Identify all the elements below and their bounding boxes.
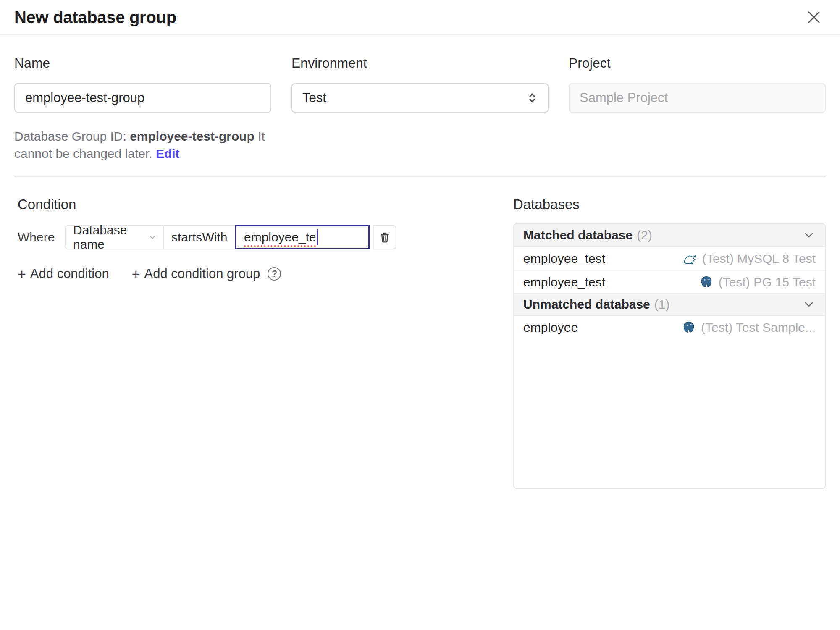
instance-label: (Test) PG 15 Test <box>719 275 816 289</box>
trash-icon <box>378 231 391 244</box>
chevron-down-icon <box>148 232 157 243</box>
add-condition-label: Add condition <box>30 266 109 281</box>
databases-section: Databases Matched database(2) employee_t… <box>513 196 826 489</box>
add-condition-button[interactable]: + Add condition <box>18 266 109 281</box>
add-condition-group-button[interactable]: + Add condition group <box>132 266 260 281</box>
condition-field-value: Database name <box>73 223 148 252</box>
chevron-down-icon <box>802 298 816 311</box>
where-label: Where <box>18 230 50 244</box>
table-row[interactable]: employee (Test) Test Sample... <box>514 316 825 339</box>
group-id-value: employee-test-group <box>130 129 255 143</box>
project-value: Sample Project <box>580 90 668 105</box>
environment-select[interactable]: Test <box>291 83 549 113</box>
instance-label: (Test) Test Sample... <box>701 320 816 335</box>
help-icon[interactable]: ? <box>268 267 281 281</box>
unmatched-database-header[interactable]: Unmatched database(1) <box>514 293 825 316</box>
condition-value-input[interactable]: employee_te <box>235 225 370 249</box>
unmatched-database-count: (1) <box>654 297 670 311</box>
helper-prefix: Database Group ID: <box>14 129 130 143</box>
matched-database-count: (2) <box>637 228 652 242</box>
project-field-group: Project Sample Project <box>569 55 826 162</box>
dialog-header: New database group <box>0 0 840 35</box>
delete-condition-button[interactable] <box>373 225 396 249</box>
name-field-group: Name Database Group ID: employee-test-gr… <box>14 55 271 162</box>
postgres-icon <box>682 320 696 335</box>
condition-section: Condition Where Database name startsWith <box>14 196 493 281</box>
matched-database-title: Matched database <box>523 228 633 242</box>
name-input[interactable] <box>14 83 271 113</box>
text-cursor <box>317 229 318 245</box>
form-row: Name Database Group ID: employee-test-gr… <box>14 55 826 162</box>
condition-row: Where Database name startsWith employee_… <box>18 225 493 249</box>
instance-label: (Test) MySQL 8 Test <box>702 252 816 266</box>
edit-link[interactable]: Edit <box>156 147 180 160</box>
close-icon <box>805 8 823 26</box>
condition-heading: Condition <box>18 196 493 213</box>
postgres-icon <box>699 275 714 289</box>
plus-icon: + <box>18 267 26 281</box>
group-id-helper: Database Group ID: employee-test-group I… <box>14 128 271 162</box>
environment-field-group: Environment Test <box>291 55 549 162</box>
add-condition-group-label: Add condition group <box>144 266 260 281</box>
project-label: Project <box>569 55 826 71</box>
databases-panel: Matched database(2) employee_test (Test)… <box>513 223 826 489</box>
environment-label: Environment <box>291 55 549 71</box>
table-row[interactable]: employee_test (Test) MySQL 8 Test <box>514 247 825 270</box>
database-name: employee_test <box>523 275 605 289</box>
condition-field-select[interactable]: Database name <box>65 225 164 249</box>
condition-operator-select[interactable]: startsWith <box>164 225 236 249</box>
chevron-down-icon <box>802 228 816 242</box>
matched-database-header[interactable]: Matched database(2) <box>514 224 825 247</box>
project-input: Sample Project <box>569 83 826 113</box>
database-name: employee <box>523 320 578 335</box>
name-label: Name <box>14 55 271 71</box>
databases-heading: Databases <box>513 196 826 213</box>
condition-value-text: employee_te <box>244 230 316 244</box>
page-title: New database group <box>14 8 176 27</box>
table-row[interactable]: employee_test (Test) PG 15 Test <box>514 270 825 293</box>
chevron-down-icon <box>227 232 229 243</box>
section-divider <box>14 176 826 177</box>
environment-value: Test <box>302 90 326 105</box>
condition-operator-value: startsWith <box>171 230 227 244</box>
database-name: employee_test <box>523 252 605 266</box>
select-arrows-icon <box>525 91 539 105</box>
unmatched-database-title: Unmatched database <box>523 297 650 311</box>
plus-icon: + <box>132 267 140 281</box>
mysql-icon <box>683 252 697 266</box>
condition-actions: + Add condition + Add condition group ? <box>18 266 493 281</box>
close-button[interactable] <box>802 5 826 29</box>
